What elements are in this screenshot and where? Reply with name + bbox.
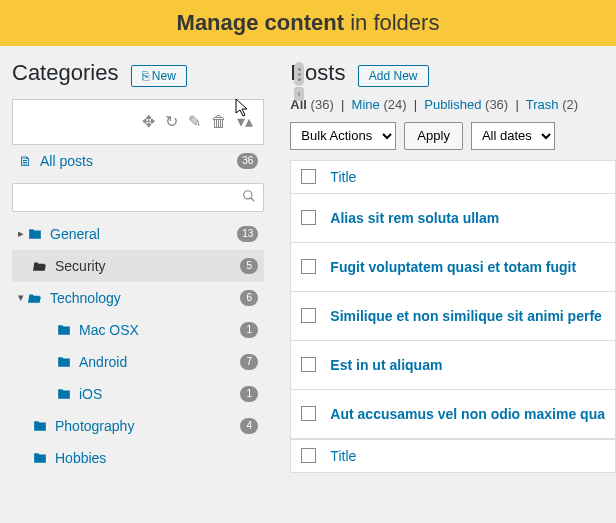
post-title[interactable]: Est in ut aliquam <box>330 357 442 373</box>
folder-icon <box>28 290 42 306</box>
svg-line-1 <box>251 198 255 202</box>
folder-label: Mac OSX <box>79 322 139 338</box>
chevron-right-icon[interactable]: ▸ <box>18 227 24 240</box>
document-icon: 🗎 <box>18 153 32 169</box>
collapse-icon[interactable]: ‹ <box>294 87 304 101</box>
posts-table-header: Title <box>290 160 616 194</box>
banner-strong: Manage content <box>177 10 344 35</box>
folder-label: Technology <box>50 290 121 306</box>
posts-table-footer: Title <box>290 439 616 473</box>
count-badge: 7 <box>240 354 258 370</box>
banner-rest: in folders <box>344 10 439 35</box>
count-badge: 36 <box>237 153 258 169</box>
filter-link[interactable]: Mine <box>352 97 380 112</box>
count-badge: 13 <box>237 226 258 242</box>
title-column-footer[interactable]: Title <box>330 448 356 464</box>
categories-heading: Categories <box>12 60 118 86</box>
folder-toolbar: ✥ ↻ ✎ 🗑 ▾▴ <box>12 99 264 145</box>
drag-grip-icon[interactable] <box>294 62 304 86</box>
trash-icon[interactable]: 🗑 <box>211 113 227 131</box>
count-badge: 1 <box>240 386 258 402</box>
post-title[interactable]: Fugit voluptatem quasi et totam fugit <box>330 259 576 275</box>
edit-icon[interactable]: ✎ <box>188 112 201 131</box>
all-posts-row[interactable]: 🗎 All posts 36 <box>12 145 264 177</box>
posts-panel: Posts Add New All (36) | Mine (24) | Pub… <box>276 46 616 521</box>
categories-panel: Categories ⎘New ✥ ↻ ✎ 🗑 ▾▴ 🗎 All posts 3… <box>0 46 276 521</box>
row-checkbox[interactable] <box>301 308 316 323</box>
chevron-down-icon[interactable]: ▾ <box>18 291 24 304</box>
folder-label: Photography <box>55 418 134 434</box>
add-new-button[interactable]: Add New <box>358 65 429 87</box>
svg-point-0 <box>244 191 252 199</box>
select-all-checkbox-footer[interactable] <box>301 448 316 463</box>
folder-label: Security <box>55 258 106 274</box>
dates-select[interactable]: All dates <box>471 122 555 150</box>
post-row[interactable]: Est in ut aliquam <box>290 341 616 390</box>
folder-icon <box>57 322 71 338</box>
folder-search <box>12 183 264 212</box>
folder-row[interactable]: iOS1 <box>12 378 264 410</box>
new-folder-button[interactable]: ⎘New <box>131 65 187 87</box>
folder-icon <box>57 354 71 370</box>
post-row[interactable]: Similique et non similique sit animi per… <box>290 292 616 341</box>
folder-icon <box>57 386 71 402</box>
count-badge: 1 <box>240 322 258 338</box>
filter-link[interactable]: Trash <box>526 97 559 112</box>
post-filters: All (36) | Mine (24) | Published (36) | … <box>290 97 616 112</box>
panel-divider[interactable]: ‹ <box>293 62 305 101</box>
folder-label: Android <box>79 354 127 370</box>
post-title[interactable]: Similique et non similique sit animi per… <box>330 308 602 324</box>
folder-row[interactable]: Mac OSX1 <box>12 314 264 346</box>
folder-row[interactable]: Android7 <box>12 346 264 378</box>
sort-icon[interactable]: ▾▴ <box>237 112 253 131</box>
row-checkbox[interactable] <box>301 406 316 421</box>
row-checkbox[interactable] <box>301 210 316 225</box>
folder-row[interactable]: ▾Technology6 <box>12 282 264 314</box>
folder-icon <box>33 450 47 466</box>
folder-row[interactable]: ▸General13 <box>12 218 264 250</box>
plus-folder-icon: ⎘ <box>142 69 149 83</box>
post-title[interactable]: Alias sit rem soluta ullam <box>330 210 499 226</box>
count-badge: 5 <box>240 258 258 274</box>
row-checkbox[interactable] <box>301 259 316 274</box>
search-icon <box>242 189 256 206</box>
bulk-actions-select[interactable]: Bulk Actions <box>290 122 396 150</box>
select-all-checkbox[interactable] <box>301 169 316 184</box>
folder-icon <box>33 418 47 434</box>
refresh-icon[interactable]: ↻ <box>165 112 178 131</box>
folder-row[interactable]: Security5 <box>12 250 264 282</box>
move-icon[interactable]: ✥ <box>142 112 155 131</box>
folder-row[interactable]: Hobbies <box>12 442 264 474</box>
folder-label: General <box>50 226 100 242</box>
row-checkbox[interactable] <box>301 357 316 372</box>
post-row[interactable]: Alias sit rem soluta ullam <box>290 194 616 243</box>
folder-search-input[interactable] <box>12 183 264 212</box>
folder-icon <box>28 226 42 242</box>
banner: Manage content in folders <box>0 0 616 46</box>
post-title[interactable]: Aut accusamus vel non odio maxime qua <box>330 406 605 422</box>
folder-label: Hobbies <box>55 450 106 466</box>
post-row[interactable]: Aut accusamus vel non odio maxime qua <box>290 390 616 439</box>
filter-link[interactable]: Published <box>424 97 481 112</box>
title-column-header[interactable]: Title <box>330 169 356 185</box>
count-badge: 6 <box>240 290 258 306</box>
folder-label: iOS <box>79 386 102 402</box>
count-badge: 4 <box>240 418 258 434</box>
post-row[interactable]: Fugit voluptatem quasi et totam fugit <box>290 243 616 292</box>
folder-row[interactable]: Photography4 <box>12 410 264 442</box>
apply-button[interactable]: Apply <box>404 122 463 150</box>
folder-icon <box>33 258 47 274</box>
